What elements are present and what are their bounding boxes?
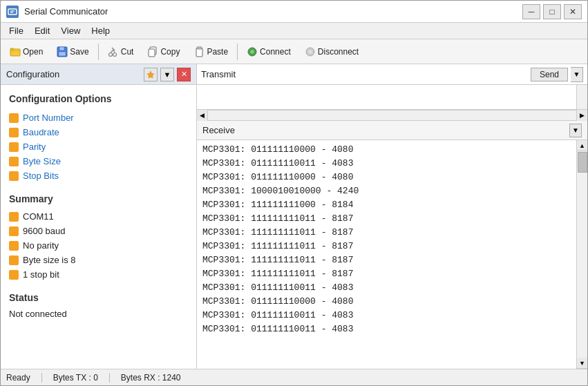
statusbar: Ready Bytes TX : 0 Bytes RX : 1240 [1,369,587,385]
config-link-stop-bits[interactable]: Stop Bits [9,171,188,181]
paste-icon [193,46,205,57]
receive-line: MCP3301: 011111110000 - 4080 [202,295,571,309]
summary-byte-size: Byte size is 8 [9,255,188,265]
summary-stop-label: 1 stop bit [23,269,59,280]
summary-heading: Summary [9,193,188,204]
config-link-baudrate-label: Baudrate [23,127,59,137]
copy-icon [147,46,158,57]
summary-com-icon [9,212,19,222]
menu-help[interactable]: Help [86,24,115,37]
summary-baud-label: 9600 baud [23,226,65,236]
statusbar-ready: Ready [6,373,42,383]
summary-baud-icon [9,226,19,236]
disconnect-button[interactable]: Disconnect [298,42,365,61]
connect-button[interactable]: Connect [240,42,297,61]
summary-byte-label: Byte size is 8 [23,255,76,265]
status-heading: Status [9,292,188,303]
summary-stop-bit: 1 stop bit [9,269,188,280]
svg-point-18 [250,50,254,54]
main-area: Configuration ▼ ✕ Configuration Options … [1,64,587,369]
summary-section: Summary COM11 9600 baud No parity [9,193,188,280]
toolbar-sep-2 [237,44,238,60]
receive-header: Receive ▼ [197,121,587,140]
sidebar-close-button[interactable]: ✕ [177,68,191,81]
connect-icon [247,46,258,57]
copy-button[interactable]: Copy [141,42,186,61]
receive-line: MCP3301: 111111111011 - 8187 [202,253,571,267]
svg-rect-14 [149,49,155,57]
send-dropdown-button[interactable]: ▼ [571,67,583,82]
title-bar-left: Serial Communicator [6,6,108,18]
save-button[interactable]: Save [50,42,95,61]
sidebar-star-button[interactable] [144,68,158,81]
scroll-down-button[interactable]: ▼ [577,358,588,369]
menu-edit[interactable]: Edit [29,24,55,37]
config-link-parity[interactable]: Parity [9,142,188,152]
scroll-thumb[interactable] [578,152,587,173]
receive-line: MCP3301: 011111110000 - 4080 [202,143,571,157]
config-link-port-number-label: Port Number [23,113,74,123]
cut-icon [108,46,119,57]
scroll-track[interactable] [577,151,588,358]
paste-label: Paste [207,47,228,57]
toolbar: Open Save C [1,39,587,64]
h-scroll-right-button[interactable]: ▶ [576,110,587,121]
menubar: File Edit View Help [1,23,587,39]
open-icon [10,46,21,57]
svg-point-9 [113,52,116,56]
svg-point-20 [308,50,312,54]
sidebar-header: Configuration ▼ ✕ [1,64,196,85]
open-label: Open [23,47,43,57]
config-link-parity-label: Parity [23,142,46,152]
paste-button[interactable]: Paste [187,42,234,61]
receive-panel: MCP3301: 011111110000 - 4080MCP3301: 011… [197,140,587,369]
menu-file[interactable]: File [3,24,29,37]
transmit-input-area [197,85,587,110]
receive-line: MCP3301: 1000010010000 - 4240 [202,184,571,198]
summary-parity-icon [9,241,19,251]
open-button[interactable]: Open [3,42,49,61]
main-window: Serial Communicator ─ □ ✕ File Edit View… [0,0,588,386]
receive-line: MCP3301: 111111111011 - 8187 [202,240,571,253]
cut-button[interactable]: Cut [102,42,140,61]
config-link-port-number[interactable]: Port Number [9,113,188,123]
transmit-label: Transmit [201,69,528,79]
transmit-input[interactable] [197,85,587,109]
svg-point-8 [108,52,112,56]
svg-marker-21 [147,71,154,78]
send-button[interactable]: Send [531,68,568,81]
receive-line: MCP3301: 011111110011 - 4083 [202,322,571,336]
summary-parity: No parity [9,240,188,251]
scroll-up-button[interactable]: ▲ [577,140,588,151]
horizontal-scrollbar: ◀ ▶ [197,110,587,121]
receive-line: MCP3301: 011111110011 - 4083 [202,309,571,322]
receive-dropdown-button[interactable]: ▼ [569,124,582,137]
app-icon [6,6,19,18]
svg-rect-16 [197,47,202,49]
config-options-heading: Configuration Options [9,93,188,104]
right-scrollbar: ▲ ▼ [576,140,587,369]
disconnect-label: Disconnect [318,47,359,57]
receive-line: MCP3301: 011111110011 - 4083 [202,157,571,171]
summary-com-port: COM11 [9,211,188,222]
sidebar-dropdown-button[interactable]: ▼ [160,68,174,81]
summary-baud: 9600 baud [9,226,188,236]
toolbar-sep-1 [98,44,99,60]
config-link-baudrate[interactable]: Baudrate [9,127,188,137]
byte-size-icon [9,157,19,166]
baudrate-icon [9,128,19,137]
close-button[interactable]: ✕ [564,4,582,19]
h-scroll-left-button[interactable]: ◀ [197,110,208,121]
cut-label: Cut [121,47,134,57]
minimize-button[interactable]: ─ [522,4,540,19]
transmit-scrollbar[interactable] [576,85,587,109]
window-controls: ─ □ ✕ [522,4,582,19]
maximize-button[interactable]: □ [543,4,561,19]
config-link-byte-size[interactable]: Byte Size [9,156,188,166]
save-icon [57,46,68,57]
receive-content: MCP3301: 011111110000 - 4080MCP3301: 011… [197,140,576,369]
menu-view[interactable]: View [55,24,86,37]
config-link-byte-size-label: Byte Size [23,156,61,166]
receive-line: MCP3301: 011111110000 - 4080 [202,171,571,184]
receive-line: MCP3301: 111111111000 - 8184 [202,198,571,212]
